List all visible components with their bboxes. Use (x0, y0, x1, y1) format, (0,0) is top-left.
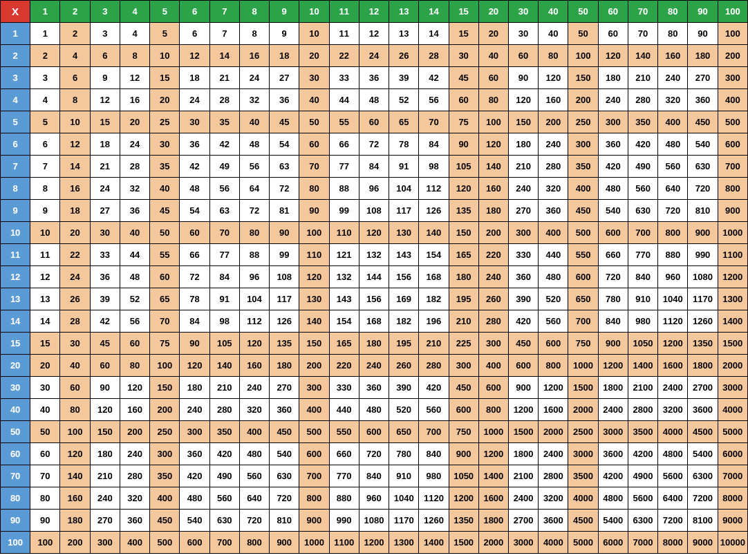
data-cell: 21 (209, 67, 239, 89)
data-cell: 156 (359, 288, 389, 310)
data-cell: 1400 (628, 355, 657, 377)
data-cell: 135 (449, 200, 478, 222)
data-cell: 560 (628, 178, 657, 200)
data-cell: 780 (598, 288, 628, 310)
data-cell: 840 (359, 465, 389, 487)
data-cell: 900 (449, 443, 478, 465)
data-cell: 112 (419, 178, 449, 200)
data-cell: 100 (299, 222, 329, 244)
data-cell: 117 (270, 288, 299, 310)
data-cell: 800 (718, 178, 747, 200)
data-cell: 900 (718, 200, 747, 222)
data-cell: 99 (329, 200, 359, 222)
data-cell: 84 (359, 156, 389, 178)
data-cell: 24 (180, 89, 209, 111)
data-cell: 1800 (478, 510, 508, 532)
data-cell: 90 (180, 333, 209, 355)
table-row: 7070140210280350420490560630700770840910… (1, 465, 748, 487)
data-cell: 300 (180, 421, 209, 443)
data-cell: 156 (389, 266, 419, 288)
data-cell: 135 (270, 333, 299, 355)
data-cell: 810 (688, 200, 718, 222)
data-cell: 182 (389, 310, 419, 333)
data-cell: 1200 (539, 377, 568, 399)
data-cell: 126 (419, 200, 449, 222)
data-cell: 910 (389, 465, 419, 487)
row-header: 11 (1, 244, 30, 266)
data-cell: 35 (209, 111, 239, 133)
data-cell: 18 (90, 133, 120, 156)
data-cell: 240 (539, 133, 568, 156)
data-cell: 77 (329, 156, 359, 178)
data-cell: 60 (449, 89, 478, 111)
data-cell: 300 (299, 377, 329, 399)
data-cell: 70 (150, 310, 180, 333)
data-cell: 84 (209, 266, 239, 288)
data-cell: 1200 (718, 266, 747, 288)
data-cell: 180 (180, 377, 209, 399)
data-cell: 400 (478, 355, 508, 377)
data-cell: 80 (60, 399, 90, 421)
data-cell: 110 (299, 244, 329, 266)
data-cell: 90 (508, 67, 538, 89)
data-cell: 200 (60, 532, 90, 554)
data-cell: 840 (628, 266, 657, 288)
data-cell: 100 (568, 45, 598, 67)
data-cell: 1500 (568, 377, 598, 399)
corner-cell: X (1, 1, 30, 23)
data-cell: 880 (329, 487, 359, 510)
data-cell: 400 (718, 89, 747, 111)
row-header: 12 (1, 266, 30, 288)
data-cell: 12 (120, 67, 149, 89)
data-cell: 800 (299, 487, 329, 510)
data-cell: 600 (568, 266, 598, 288)
data-cell: 30 (60, 333, 90, 355)
data-cell: 70 (628, 23, 657, 45)
data-cell: 280 (419, 355, 449, 377)
data-cell: 1300 (718, 288, 747, 310)
data-cell: 120 (449, 178, 478, 200)
data-cell: 550 (568, 244, 598, 266)
data-cell: 132 (329, 266, 359, 288)
data-cell: 280 (539, 156, 568, 178)
data-cell: 720 (359, 443, 389, 465)
data-cell: 52 (120, 288, 149, 310)
data-cell: 144 (359, 266, 389, 288)
data-cell: 182 (419, 288, 449, 310)
data-cell: 3 (30, 67, 60, 89)
data-cell: 5000 (718, 421, 747, 443)
data-cell: 3200 (539, 487, 568, 510)
data-cell: 120 (299, 266, 329, 288)
data-cell: 28 (60, 310, 90, 333)
data-cell: 210 (508, 156, 538, 178)
data-cell: 450 (270, 421, 299, 443)
data-cell: 1200 (598, 355, 628, 377)
data-cell: 450 (449, 377, 478, 399)
data-cell: 96 (359, 178, 389, 200)
row-header: 30 (1, 377, 30, 399)
data-cell: 45 (449, 67, 478, 89)
data-cell: 132 (359, 244, 389, 266)
data-cell: 112 (239, 310, 269, 333)
data-cell: 1 (30, 23, 60, 45)
data-cell: 100 (718, 23, 747, 45)
col-header: 100 (718, 1, 747, 23)
data-cell: 108 (270, 266, 299, 288)
data-cell: 1200 (449, 487, 478, 510)
data-cell: 490 (209, 465, 239, 487)
data-cell: 44 (120, 244, 149, 266)
data-cell: 1000 (478, 421, 508, 443)
data-cell: 1500 (718, 333, 747, 355)
data-cell: 99 (270, 244, 299, 266)
data-cell: 33 (90, 244, 120, 266)
data-cell: 300 (568, 133, 598, 156)
data-cell: 910 (628, 288, 657, 310)
data-cell: 4500 (688, 421, 718, 443)
data-cell: 420 (180, 465, 209, 487)
row-header: 40 (1, 399, 30, 421)
data-cell: 168 (359, 310, 389, 333)
data-cell: 6300 (688, 465, 718, 487)
data-cell: 3600 (539, 510, 568, 532)
data-cell: 160 (239, 355, 269, 377)
row-header: 6 (1, 133, 30, 156)
